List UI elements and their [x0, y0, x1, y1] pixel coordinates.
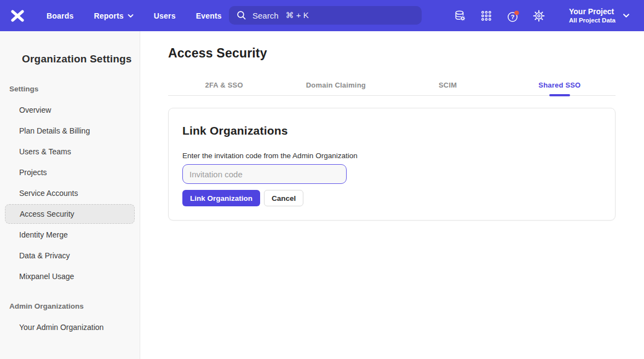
- link-organizations-card: Link Organizations Enter the invitation …: [168, 108, 616, 221]
- navbar-right-group: ? Your Project All Project Data: [454, 0, 644, 31]
- project-name: Your Project: [569, 7, 616, 17]
- settings-sidebar: Organization Settings Settings Overview …: [0, 31, 140, 359]
- sidebar-item-users-teams[interactable]: Users & Teams: [0, 141, 140, 162]
- sidebar-item-data-privacy[interactable]: Data & Privacy: [0, 245, 140, 266]
- sidebar-item-service-accounts[interactable]: Service Accounts: [0, 183, 140, 204]
- cancel-button[interactable]: Cancel: [264, 190, 303, 206]
- sidebar-section-admin-organizations: Admin Organizations: [9, 302, 140, 310]
- button-row: Link Organization Cancel: [182, 190, 601, 206]
- search-input[interactable]: Search ⌘ + K: [229, 6, 422, 25]
- primary-nav: Boards Reports Users Events: [47, 11, 222, 20]
- tab-shared-sso[interactable]: Shared SSO: [504, 71, 616, 95]
- tab-2fa-sso[interactable]: 2FA & SSO: [168, 71, 280, 95]
- svg-text:?: ?: [511, 14, 515, 20]
- tab-bar: 2FA & SSO Domain Claiming SCIM Shared SS…: [168, 71, 616, 96]
- sidebar-item-your-admin-organization[interactable]: Your Admin Organization: [0, 317, 140, 338]
- nav-item-label: Users: [154, 11, 176, 20]
- top-navbar: Boards Reports Users Events Search ⌘ + K: [0, 0, 644, 31]
- card-title: Link Organizations: [182, 124, 601, 137]
- search-placeholder: Search: [252, 11, 279, 20]
- nav-item-reports[interactable]: Reports: [94, 11, 133, 20]
- project-switcher[interactable]: Your Project All Project Data: [569, 7, 630, 25]
- sidebar-item-access-security[interactable]: Access Security: [5, 204, 135, 224]
- search-shortcut: ⌘ + K: [286, 10, 309, 20]
- data-management-icon[interactable]: [454, 10, 466, 22]
- link-organization-button[interactable]: Link Organization: [182, 190, 260, 206]
- chevron-down-icon: [623, 13, 630, 18]
- apps-grid-icon[interactable]: [480, 10, 492, 22]
- chevron-down-icon: [128, 14, 134, 18]
- page-title: Access Security: [168, 46, 616, 61]
- sidebar-item-projects[interactable]: Projects: [0, 162, 140, 183]
- invitation-code-label: Enter the invitation code from the Admin…: [182, 152, 601, 160]
- sidebar-section-settings: Settings: [9, 85, 140, 93]
- sidebar-item-mixpanel-usage[interactable]: Mixpanel Usage: [0, 266, 140, 287]
- nav-item-label: Events: [196, 11, 222, 20]
- main-content: Access Security 2FA & SSO Domain Claimin…: [140, 31, 644, 359]
- settings-gear-icon[interactable]: [533, 10, 545, 22]
- sidebar-item-identity-merge[interactable]: Identity Merge: [0, 224, 140, 245]
- search-icon: [237, 10, 246, 20]
- nav-item-label: Reports: [94, 11, 123, 20]
- tab-scim[interactable]: SCIM: [392, 71, 504, 95]
- project-meta: Your Project All Project Data: [569, 7, 616, 25]
- sidebar-item-overview[interactable]: Overview: [0, 100, 140, 120]
- nav-item-users[interactable]: Users: [154, 11, 176, 20]
- nav-item-label: Boards: [47, 11, 73, 20]
- tab-domain-claiming[interactable]: Domain Claiming: [280, 71, 392, 95]
- invitation-code-input[interactable]: [182, 164, 347, 184]
- project-subtitle: All Project Data: [569, 16, 616, 24]
- nav-item-boards[interactable]: Boards: [47, 11, 73, 20]
- sidebar-title: Organization Settings: [22, 53, 140, 65]
- mixpanel-logo-icon[interactable]: [10, 8, 25, 24]
- nav-item-events[interactable]: Events: [196, 11, 222, 20]
- help-icon[interactable]: ?: [507, 10, 519, 22]
- sidebar-item-plan-details-billing[interactable]: Plan Details & Billing: [0, 120, 140, 141]
